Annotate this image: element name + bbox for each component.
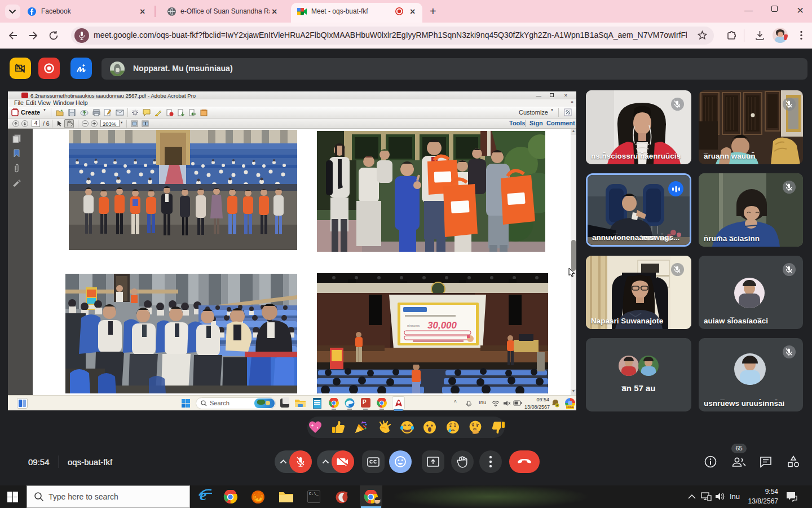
svg-text:nlnsoms: nlnsoms xyxy=(407,324,420,327)
svg-text:30,000: 30,000 xyxy=(427,320,457,331)
